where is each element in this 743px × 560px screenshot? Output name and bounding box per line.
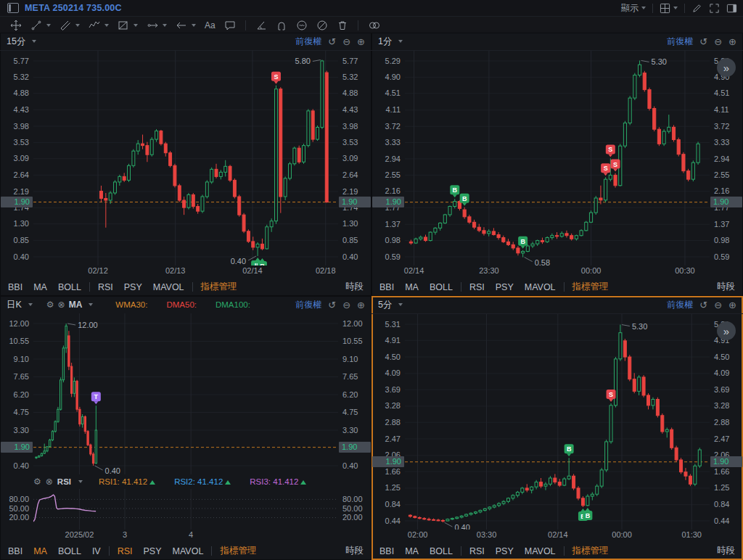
tab-MAVOL[interactable]: MAVOL	[173, 546, 204, 556]
zoom-in-icon[interactable]: ⊕	[357, 300, 365, 310]
adjust-mode-label[interactable]: 前復權	[667, 36, 693, 48]
chart-svg[interactable]: SIPB5.800.40	[33, 51, 338, 265]
undo-icon[interactable]: ↺	[699, 300, 707, 310]
candlestick-plot[interactable]: BBBS5.300.40	[405, 314, 710, 530]
zoom-in-icon[interactable]: ⊕	[728, 300, 736, 310]
tab-MAVOL[interactable]: MAVOL	[525, 546, 556, 556]
gear-icon[interactable]: ⚙	[33, 477, 41, 487]
horizontal-ray-icon[interactable]	[144, 18, 170, 33]
timeframe-selector[interactable]: 日K	[7, 299, 22, 311]
session-button[interactable]: 時段	[717, 281, 735, 293]
tab-RSI[interactable]: RSI	[469, 546, 485, 556]
expand-more-button[interactable]: »	[717, 321, 736, 340]
tab-PSY[interactable]: PSY	[124, 282, 142, 292]
tab-BBI[interactable]: BBI	[8, 546, 22, 556]
tab-MAVOL[interactable]: MAVOL	[153, 282, 184, 292]
session-button[interactable]: 時段	[345, 545, 364, 557]
fullscreen-icon[interactable]	[709, 3, 720, 14]
tab-MA[interactable]: MA	[33, 546, 47, 556]
sell-marker[interactable]: S	[606, 144, 615, 157]
grid-layout-icon[interactable]	[660, 3, 678, 14]
pattern-icon[interactable]	[115, 18, 141, 33]
t-marker[interactable]: T	[91, 392, 101, 404]
zoom-out-icon[interactable]: ⊖	[714, 37, 722, 46]
close-icon[interactable]: ⊗	[46, 477, 53, 487]
tab-RSI[interactable]: RSI	[469, 282, 485, 292]
tab-BOLL[interactable]: BOLL	[58, 282, 81, 292]
arrow-left-icon[interactable]	[173, 18, 199, 33]
chart-svg[interactable]: BBBS5.300.40	[405, 314, 710, 530]
tab-IV[interactable]: IV	[92, 546, 101, 556]
buy-marker[interactable]: B	[583, 508, 592, 520]
delete-icon[interactable]	[334, 18, 351, 33]
zoom-out-icon[interactable]: ⊖	[714, 300, 722, 310]
adjust-mode-label[interactable]: 前復權	[295, 36, 321, 48]
link-icon[interactable]	[365, 18, 384, 33]
move-icon[interactable]	[7, 18, 25, 33]
zoom-in-icon[interactable]: ⊕	[357, 37, 365, 46]
pencil-icon[interactable]	[691, 3, 702, 14]
magnet-icon[interactable]	[273, 18, 290, 33]
tab-MA[interactable]: MA	[33, 282, 47, 292]
ellipse-icon[interactable]	[293, 18, 311, 33]
tab-MA[interactable]: MA	[405, 546, 419, 556]
zoom-out-icon[interactable]: ⊖	[342, 300, 350, 310]
chart-svg[interactable]: T12.000.40	[33, 313, 338, 474]
undo-icon[interactable]: ↺	[328, 37, 336, 46]
layout-left-icon[interactable]	[7, 3, 19, 13]
buy-marker[interactable]: B	[565, 444, 574, 456]
tab-BBI[interactable]: BBI	[8, 282, 22, 292]
comment-icon[interactable]	[221, 18, 239, 33]
tab-指標管理[interactable]: 指標管理	[220, 545, 256, 557]
tab-BOLL[interactable]: BOLL	[430, 282, 453, 292]
timeframe-selector[interactable]: 1分	[378, 36, 392, 48]
angle-icon[interactable]	[253, 18, 270, 33]
candlestick-plot[interactable]: SIPB5.800.40	[33, 51, 338, 265]
symbol-title[interactable]: META 250214 735.00C	[25, 3, 122, 13]
zoom-in-icon[interactable]: ⊕	[728, 37, 736, 46]
undo-icon[interactable]: ↺	[699, 37, 707, 46]
gear-icon[interactable]: ⚙	[46, 300, 54, 310]
close-icon[interactable]: ⊗	[58, 300, 65, 310]
session-button[interactable]: 時段	[717, 545, 735, 557]
rsi-plot[interactable]	[33, 489, 338, 530]
sell-marker[interactable]: S	[601, 163, 610, 176]
timeframe-selector[interactable]: 15分	[7, 36, 25, 48]
candlestick-plot[interactable]: T12.000.40	[33, 313, 338, 474]
tab-BBI[interactable]: BBI	[379, 282, 394, 292]
zoom-out-icon[interactable]: ⊖	[342, 37, 350, 46]
sell-marker[interactable]: S	[271, 72, 281, 84]
tab-RSI[interactable]: RSI	[118, 546, 133, 556]
rsi-selector[interactable]: RSI	[57, 477, 71, 486]
undo-icon[interactable]: ↺	[328, 300, 336, 310]
timeframe-selector[interactable]: 5分	[378, 299, 392, 311]
adjust-mode-label[interactable]: 前復權	[295, 299, 321, 311]
expand-more-button[interactable]: »	[717, 58, 736, 77]
session-button[interactable]: 時段	[345, 281, 364, 293]
tab-RSI[interactable]: RSI	[98, 282, 113, 292]
adjust-mode-label[interactable]: 前復權	[667, 299, 693, 311]
wave-icon[interactable]	[86, 18, 112, 33]
trend-line-icon[interactable]	[28, 18, 54, 33]
tab-指標管理[interactable]: 指標管理	[572, 545, 609, 557]
tab-BOLL[interactable]: BOLL	[58, 546, 81, 556]
tab-指標管理[interactable]: 指標管理	[572, 281, 609, 293]
display-menu[interactable]: 顯示	[621, 2, 646, 15]
rsi-svg[interactable]	[33, 489, 338, 530]
tab-BBI[interactable]: BBI	[379, 546, 394, 556]
right-panel-icon[interactable]	[726, 3, 737, 14]
tab-PSY[interactable]: PSY	[144, 546, 162, 556]
tab-指標管理[interactable]: 指標管理	[201, 281, 237, 293]
text-tool-icon[interactable]: Aa	[202, 18, 218, 33]
ma-selector[interactable]: MA	[69, 300, 83, 310]
no-draw-icon[interactable]	[313, 18, 331, 33]
buy-marker[interactable]: B	[450, 185, 459, 197]
candlestick-plot[interactable]: BBBSSS5.300.58	[405, 51, 710, 265]
tab-MA[interactable]: MA	[405, 282, 419, 292]
tab-PSY[interactable]: PSY	[496, 546, 514, 556]
pitchfork-icon[interactable]	[57, 18, 83, 33]
chart-svg[interactable]: BBBSSS5.300.58	[405, 51, 710, 265]
tab-PSY[interactable]: PSY	[496, 282, 514, 292]
tab-MAVOL[interactable]: MAVOL	[525, 282, 556, 292]
tab-BOLL[interactable]: BOLL	[430, 546, 453, 556]
